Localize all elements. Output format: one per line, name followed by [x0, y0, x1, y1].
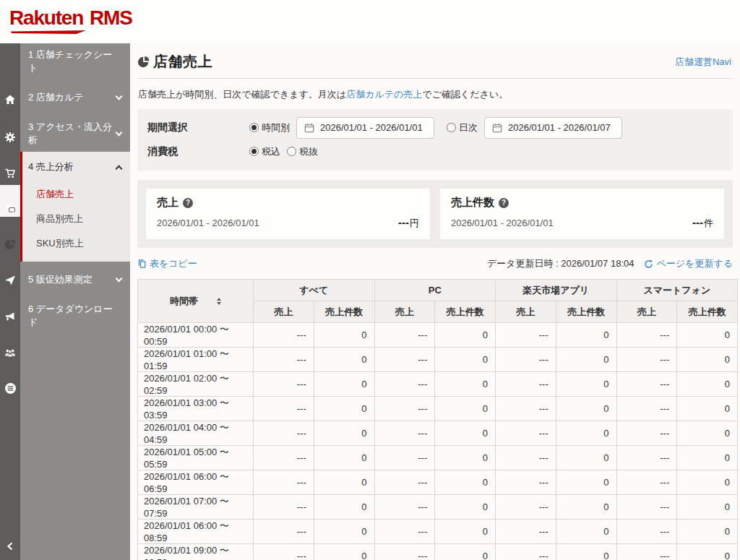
- column-group-pc: PC: [374, 280, 496, 301]
- filter-panel: 期間選択 時間別 2026/01/01 - 2026/01/01 日次: [137, 109, 733, 171]
- value-cell: ---: [496, 348, 556, 372]
- value-cell: ---: [496, 470, 556, 495]
- gear-icon[interactable]: [0, 124, 20, 150]
- pie-chart-icon[interactable]: [0, 231, 20, 257]
- period-select-label: 期間選択: [147, 121, 249, 134]
- sidebar-item-sales-analysis[interactable]: 4 売上分析: [22, 152, 130, 182]
- chat-icon[interactable]: [0, 196, 20, 222]
- radio-unchecked-icon[interactable]: [447, 123, 456, 132]
- description-text: 店舗売上が時間別、日次で確認できます。月次は: [138, 89, 346, 100]
- sidebar-subitem-sku-sales[interactable]: SKU別売上: [22, 231, 130, 256]
- page-description: 店舗売上が時間別、日次で確認できます。月次は店舗カルテの売上でご確認ください。: [138, 88, 737, 101]
- radio-checked-icon[interactable]: [249, 147, 259, 156]
- pie-chart-title-icon: [137, 56, 150, 69]
- sidebar-subitem-store-sales[interactable]: 店舗売上: [22, 182, 130, 207]
- column-header-sales-count: 売上件数: [556, 301, 616, 323]
- value-cell: ---: [374, 520, 435, 544]
- table-row: 2026/01/01 03:00 〜 03:59---0---0---0---0: [138, 397, 738, 421]
- column-group-all: すべて: [254, 280, 375, 301]
- value-cell: ---: [374, 348, 435, 372]
- sidebar-item-data-download[interactable]: 6 データダウンロード: [20, 298, 130, 334]
- time-slot-cell: 2026/01/01 00:00 〜 00:59: [138, 323, 254, 348]
- chevron-down-icon: [116, 93, 123, 100]
- tax-included-label: 税込: [262, 145, 280, 158]
- hourly-sales-table: 時間帯 すべて PC 楽天市場アプリ スマートフォン 売上 売上件数 売上 売上…: [137, 279, 738, 560]
- sidebar-item-store-karte[interactable]: 2 店舗カルテ: [20, 79, 130, 116]
- value-cell: ---: [374, 323, 435, 348]
- hourly-date-range-input[interactable]: 2026/01/01 - 2026/01/01: [296, 117, 434, 139]
- send-icon[interactable]: [0, 267, 20, 293]
- column-header-sales: 売上: [496, 301, 556, 323]
- time-slot-cell: 2026/01/01 05:00 〜 05:59: [138, 446, 254, 470]
- users-icon[interactable]: [0, 340, 20, 366]
- rakuten-rms-logo[interactable]: Rakuten RMS: [9, 7, 132, 34]
- value-cell: 0: [556, 446, 616, 470]
- sidebar-item-label: 2 店舗カルテ: [28, 91, 116, 104]
- value-cell: 0: [314, 348, 374, 372]
- value-cell: ---: [374, 446, 435, 470]
- value-cell: ---: [616, 544, 677, 560]
- time-slot-cell: 2026/01/01 03:00 〜 03:59: [138, 397, 254, 421]
- column-header-sales-count: 売上件数: [314, 301, 374, 323]
- value-cell: 0: [435, 544, 496, 560]
- value-cell: 0: [435, 446, 496, 470]
- value-cell: 0: [314, 495, 374, 520]
- sidebar-collapse-button[interactable]: [0, 537, 20, 556]
- tax-excluded-radio-option[interactable]: 税抜: [287, 145, 318, 158]
- daily-radio-label: 日次: [459, 121, 478, 134]
- value-cell: 0: [435, 372, 496, 397]
- chevron-down-icon: [116, 129, 123, 137]
- refresh-icon: [644, 259, 653, 269]
- tax-included-radio-option[interactable]: 税込: [249, 145, 280, 158]
- value-cell: ---: [374, 397, 435, 421]
- value-cell: 0: [435, 348, 496, 372]
- sales-count-summary-card: 売上件数 ? 2026/01/01 - 2026/01/01 ---件: [440, 189, 724, 239]
- help-icon[interactable]: ?: [499, 198, 509, 208]
- sidebar-item-label: 5 販促効果測定: [28, 273, 116, 286]
- value-cell: ---: [496, 397, 556, 421]
- value-cell: 0: [314, 323, 374, 348]
- value-cell: ---: [254, 470, 314, 495]
- sidebar-item-access-analysis[interactable]: 3 アクセス・流入分析: [20, 116, 130, 152]
- value-cell: 0: [435, 397, 496, 421]
- list-circle-icon[interactable]: [0, 375, 20, 401]
- store-navi-link[interactable]: 店舗運営Navi: [675, 56, 731, 69]
- radio-unchecked-icon[interactable]: [287, 147, 296, 156]
- value-cell: 0: [677, 520, 738, 544]
- sales-card-date-range: 2026/01/01 - 2026/01/01: [157, 217, 259, 228]
- megaphone-icon[interactable]: [0, 303, 20, 329]
- karte-sales-link[interactable]: 店舗カルテの売上: [346, 89, 422, 100]
- column-header-time-slot[interactable]: 時間帯: [138, 280, 254, 323]
- help-icon[interactable]: ?: [183, 198, 193, 208]
- sidebar-subitem-product-sales[interactable]: 商品別売上: [22, 207, 130, 231]
- value-cell: ---: [254, 372, 314, 397]
- home-icon[interactable]: [0, 87, 20, 113]
- sort-icon[interactable]: [217, 298, 221, 305]
- value-cell: ---: [254, 397, 314, 421]
- cart-icon[interactable]: [0, 160, 20, 186]
- sidebar-icon-rail: [0, 43, 20, 560]
- value-cell: ---: [496, 520, 556, 544]
- value-cell: 0: [435, 323, 496, 348]
- sidebar-item-store-checksheet[interactable]: 1 店舗チェックシート: [20, 43, 130, 79]
- value-cell: 0: [677, 348, 738, 372]
- value-cell: 0: [677, 446, 738, 470]
- calendar-icon: [492, 123, 502, 133]
- column-header-sales: 売上: [374, 301, 435, 323]
- table-row: 2026/01/01 01:00 〜 01:59---0---0---0---0: [138, 348, 738, 372]
- hourly-radio-option[interactable]: 時間別: [249, 121, 290, 134]
- daily-date-range-input[interactable]: 2026/01/01 - 2026/01/07: [484, 117, 622, 139]
- value-cell: 0: [314, 372, 374, 397]
- value-cell: ---: [496, 421, 556, 446]
- sales-count-card-title: 売上件数: [451, 196, 494, 210]
- radio-checked-icon[interactable]: [249, 123, 259, 132]
- copy-table-button[interactable]: 表をコピー: [137, 257, 197, 270]
- daily-radio-option[interactable]: 日次: [447, 121, 478, 134]
- value-cell: 0: [677, 470, 738, 495]
- value-cell: ---: [496, 323, 556, 348]
- value-cell: 0: [677, 372, 738, 397]
- sidebar-item-promotion-measure[interactable]: 5 販促効果測定: [20, 262, 130, 298]
- sidebar-menu: 1 店舗チェックシート 2 店舗カルテ 3 アクセス・流入分析 4 売上分析 店…: [20, 43, 130, 560]
- sidebar-subitem-label: SKU別売上: [36, 237, 84, 250]
- refresh-page-button[interactable]: ページを更新する: [644, 257, 733, 270]
